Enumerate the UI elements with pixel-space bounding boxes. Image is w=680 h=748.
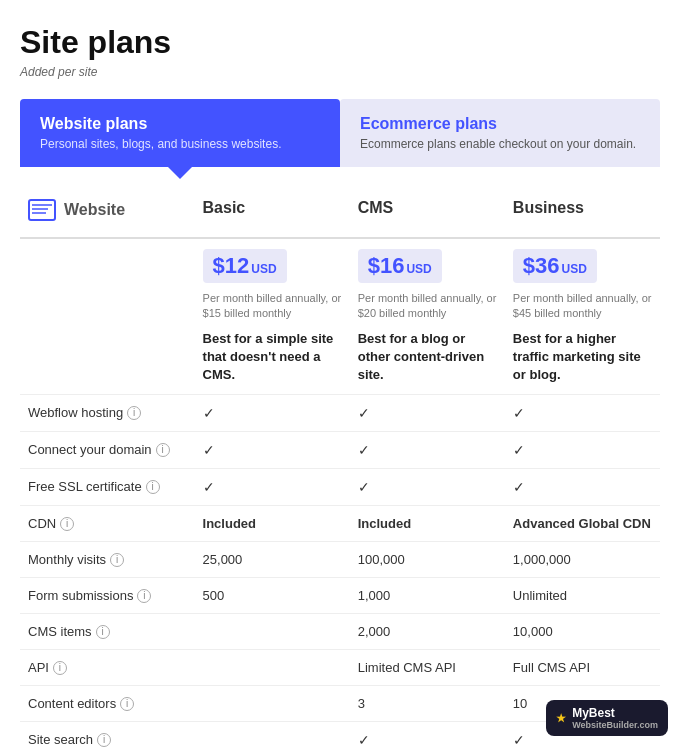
checkmark: ✓ [513,442,525,458]
basic-price-cell: $12 USD Per month billed annually, or $1… [195,238,350,395]
business-feature-value: ✓ [505,469,660,506]
info-icon[interactable]: i [137,589,151,603]
cms-feature-value: 100,000 [350,542,505,578]
cms-feature-value: ✓ [350,395,505,432]
feature-label-text: Webflow hosting [28,405,123,420]
tab-ecommerce-title: Ecommerce plans [360,115,640,133]
basic-price-desc: Best for a simple site that doesn't need… [203,330,342,385]
feature-label-text: CDN [28,516,56,531]
mybest-badge: ★ MyBest WebsiteBuilder.com [546,700,668,736]
tab-ecommerce[interactable]: Ecommerce plans Ecommerce plans enable c… [340,99,660,167]
business-feature-value: Full CMS API [505,650,660,686]
table-row: CDN i IncludedIncludedAdvanced Global CD… [20,506,660,542]
col-business-header: Business [505,199,660,238]
info-icon[interactable]: i [60,517,74,531]
business-price-amount: $36 [523,253,560,279]
info-icon[interactable]: i [97,733,111,747]
business-feature-value: 1,000,000 [505,542,660,578]
business-price-desc: Best for a higher traffic marketing site… [513,330,652,385]
checkmark: ✓ [358,405,370,421]
tab-ecommerce-desc: Ecommerce plans enable checkout on your … [360,137,640,151]
feature-label-text: API [28,660,49,675]
tab-website-title: Website plans [40,115,320,133]
business-price-currency: USD [562,262,587,276]
feature-label-text: Monthly visits [28,552,106,567]
cms-feature-value: 1,000 [350,578,505,614]
basic-feature-value: Included [195,506,350,542]
table-row: CMS items i 2,00010,000 [20,614,660,650]
col-basic-header: Basic [195,199,350,238]
business-price-cell: $36 USD Per month billed annually, or $4… [505,238,660,395]
table-row: Monthly visits i 25,000100,0001,000,000 [20,542,660,578]
table-row: Connect your domain i ✓✓✓ [20,432,660,469]
cms-price-note: Per month billed annually, or $20 billed… [358,291,497,322]
business-feature-value: ✓ [505,432,660,469]
feature-label-text: Form submissions [28,588,133,603]
business-feature-value: 10,000 [505,614,660,650]
svg-rect-0 [29,200,55,220]
basic-price-currency: USD [251,262,276,276]
checkmark: ✓ [203,442,215,458]
info-icon[interactable]: i [146,480,160,494]
cms-feature-value: Limited CMS API [350,650,505,686]
checkmark: ✓ [513,479,525,495]
tab-website-desc: Personal sites, blogs, and business webs… [40,137,320,151]
cms-price-desc: Best for a blog or other content-driven … [358,330,497,385]
cms-feature-value: ✓ [350,722,505,748]
table-row: Webflow hosting i ✓✓✓ [20,395,660,432]
basic-feature-value: 500 [195,578,350,614]
basic-feature-value [195,722,350,748]
cms-feature-value: ✓ [350,432,505,469]
business-feature-value: Advanced Global CDN [505,506,660,542]
basic-price-badge: $12 USD [203,249,287,283]
basic-feature-value: ✓ [195,469,350,506]
table-row: Form submissions i 5001,000Unlimited [20,578,660,614]
checkmark: ✓ [513,732,525,748]
tab-website[interactable]: Website plans Personal sites, blogs, and… [20,99,340,167]
page-subtitle: Added per site [20,65,660,79]
cms-feature-value: 3 [350,686,505,722]
mybest-line2: WebsiteBuilder.com [572,720,658,730]
basic-feature-value [195,614,350,650]
checkmark: ✓ [203,479,215,495]
cms-price-amount: $16 [368,253,405,279]
table-row: API i Limited CMS APIFull CMS API [20,650,660,686]
feature-col-label: Website [64,201,125,219]
business-price-note: Per month billed annually, or $45 billed… [513,291,652,322]
info-icon[interactable]: i [110,553,124,567]
table-row: Free SSL certificate i ✓✓✓ [20,469,660,506]
basic-price-amount: $12 [213,253,250,279]
info-icon[interactable]: i [96,625,110,639]
checkmark: ✓ [203,405,215,421]
checkmark: ✓ [513,405,525,421]
basic-feature-value: ✓ [195,432,350,469]
cms-feature-value: Included [350,506,505,542]
pricing-row: $12 USD Per month billed annually, or $1… [20,238,660,395]
feature-label-text: Content editors [28,696,116,711]
business-price-badge: $36 USD [513,249,597,283]
col-cms-header: CMS [350,199,505,238]
info-icon[interactable]: i [127,406,141,420]
business-feature-value: ✓ [505,395,660,432]
info-icon[interactable]: i [53,661,67,675]
basic-feature-value [195,650,350,686]
checkmark: ✓ [358,442,370,458]
mybest-line1: MyBest [572,706,658,720]
cms-feature-value: ✓ [350,469,505,506]
cms-price-currency: USD [406,262,431,276]
basic-price-note: Per month billed annually, or $15 billed… [203,291,342,322]
info-icon[interactable]: i [156,443,170,457]
feature-label-text: Connect your domain [28,442,152,457]
feature-label-text: Site search [28,732,93,747]
feature-label-text: Free SSL certificate [28,479,142,494]
basic-feature-value: ✓ [195,395,350,432]
feature-label-text: CMS items [28,624,92,639]
basic-feature-value: 25,000 [195,542,350,578]
page-title: Site plans [20,24,660,61]
cms-feature-value: 2,000 [350,614,505,650]
info-icon[interactable]: i [120,697,134,711]
cms-price-badge: $16 USD [358,249,442,283]
checkmark: ✓ [358,479,370,495]
basic-feature-value [195,686,350,722]
feature-col-header: Website [20,199,195,238]
